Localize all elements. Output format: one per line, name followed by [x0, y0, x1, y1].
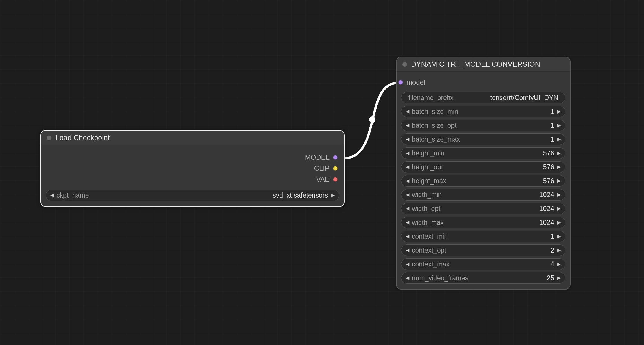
port-dot-model-icon[interactable] [333, 155, 338, 160]
widget-context-min[interactable]: ◀context_min1▶ [401, 231, 565, 242]
node-body: model filename_prefix tensorrt/ComfyUI_D… [397, 72, 570, 289]
chevron-left-icon[interactable]: ◀ [404, 165, 411, 169]
widget-value: 576 [543, 163, 554, 171]
chevron-right-icon[interactable]: ▶ [556, 151, 562, 155]
widget-value: 25 [547, 274, 554, 282]
widget-height-min[interactable]: ◀height_min576▶ [401, 147, 565, 159]
widget-value: 1 [550, 233, 554, 240]
output-port-model[interactable]: MODEL [46, 152, 338, 163]
chevron-right-icon[interactable]: ▶ [556, 206, 562, 211]
widget-label: context_opt [412, 246, 446, 254]
port-label: model [406, 78, 425, 86]
chevron-left-icon[interactable]: ◀ [404, 220, 411, 225]
widget-label: filename_prefix [408, 94, 454, 102]
chevron-right-icon[interactable]: ▶ [556, 234, 562, 239]
widget-value: 1024 [539, 219, 554, 227]
chevron-left-icon[interactable]: ◀ [404, 151, 411, 155]
port-label: MODEL [305, 153, 330, 162]
widget-label: batch_size_opt [412, 122, 457, 129]
widget-label: num_video_frames [412, 274, 469, 282]
widget-value: 1 [550, 136, 554, 143]
chevron-right-icon[interactable]: ▶ [556, 137, 562, 142]
widget-label: batch_size_max [412, 136, 460, 143]
node-title: Load Checkpoint [55, 134, 110, 141]
chevron-right-icon[interactable]: ▶ [556, 220, 562, 225]
chevron-right-icon[interactable]: ▶ [556, 248, 562, 253]
port-dot-clip-icon[interactable] [333, 166, 338, 171]
widget-label: context_min [412, 233, 448, 240]
chevron-right-icon[interactable]: ▶ [330, 193, 336, 198]
widget-context-max[interactable]: ◀context_max4▶ [401, 258, 565, 270]
widget-filename-prefix[interactable]: filename_prefix tensorrt/ComfyUI_DYN [401, 92, 565, 103]
widget-batch-size-max[interactable]: ◀batch_size_max1▶ [401, 133, 565, 145]
widget-batch-size-min[interactable]: ◀batch_size_min1▶ [401, 106, 565, 117]
widget-height-max[interactable]: ◀height_max576▶ [401, 175, 565, 187]
widget-label: width_opt [412, 205, 440, 213]
output-port-vae[interactable]: VAE [46, 174, 338, 185]
output-port-clip[interactable]: CLIP [46, 163, 338, 174]
collapse-dot-icon[interactable] [47, 136, 51, 140]
node-title: DYNAMIC TRT_MODEL CONVERSION [411, 61, 540, 68]
widget-value: 576 [543, 149, 554, 157]
node-body: MODEL CLIP VAE ◀ ckpt_name svd_xt.safete… [41, 145, 344, 206]
chevron-left-icon[interactable]: ◀ [404, 179, 411, 183]
chevron-left-icon[interactable]: ◀ [404, 206, 411, 211]
chevron-right-icon[interactable]: ▶ [556, 276, 562, 280]
widget-height-opt[interactable]: ◀height_opt576▶ [401, 161, 565, 173]
widget-context-opt[interactable]: ◀context_opt2▶ [401, 244, 565, 256]
chevron-left-icon[interactable]: ◀ [404, 248, 411, 253]
chevron-left-icon[interactable]: ◀ [404, 109, 411, 114]
widget-value: 1024 [539, 191, 554, 199]
widget-value: 1024 [539, 205, 554, 213]
widget-label: ckpt_name [56, 192, 89, 199]
port-label: VAE [316, 175, 330, 183]
node-header[interactable]: Load Checkpoint [41, 131, 344, 145]
collapse-dot-icon[interactable] [402, 62, 407, 67]
input-port-model[interactable]: model [398, 77, 564, 88]
widget-value: 1 [550, 122, 554, 129]
widget-value: 4 [550, 260, 554, 268]
chevron-right-icon[interactable]: ▶ [556, 165, 562, 169]
port-dot-model-icon[interactable] [398, 80, 403, 85]
chevron-left-icon[interactable]: ◀ [404, 123, 411, 128]
port-dot-vae-icon[interactable] [333, 177, 338, 182]
node-dynamic-trt[interactable]: DYNAMIC TRT_MODEL CONVERSION model filen… [396, 57, 571, 290]
input-ports: model [401, 75, 565, 90]
chevron-left-icon[interactable]: ◀ [404, 276, 411, 280]
chevron-right-icon[interactable]: ▶ [556, 262, 562, 266]
widget-value: svd_xt.safetensors [273, 192, 328, 199]
chevron-right-icon[interactable]: ▶ [556, 123, 562, 128]
node-load-checkpoint[interactable]: Load Checkpoint MODEL CLIP VAE ◀ ckpt_na… [40, 130, 345, 207]
chevron-left-icon[interactable]: ◀ [49, 193, 55, 198]
widget-num-video-frames[interactable]: ◀num_video_frames25▶ [401, 272, 565, 284]
widget-label: width_max [412, 219, 444, 227]
widget-label: batch_size_min [412, 108, 458, 116]
widget-value: 576 [543, 177, 554, 185]
chevron-left-icon[interactable]: ◀ [404, 137, 411, 142]
chevron-left-icon[interactable]: ◀ [404, 192, 411, 197]
chevron-right-icon[interactable]: ▶ [556, 109, 562, 114]
widget-label: width_min [412, 191, 442, 199]
widget-batch-size-opt[interactable]: ◀batch_size_opt1▶ [401, 120, 565, 131]
chevron-right-icon[interactable]: ▶ [556, 192, 562, 197]
port-label: CLIP [314, 164, 330, 172]
widget-label: height_min [412, 149, 445, 157]
chevron-left-icon[interactable]: ◀ [404, 262, 411, 266]
widget-value: 2 [550, 246, 554, 254]
widget-ckpt-name[interactable]: ◀ ckpt_name svd_xt.safetensors ▶ [46, 190, 339, 201]
widget-width-max[interactable]: ◀width_max1024▶ [401, 217, 565, 228]
chevron-left-icon[interactable]: ◀ [404, 234, 411, 239]
widget-label: height_max [412, 177, 446, 185]
widget-value: tensorrt/ComfyUI_DYN [490, 94, 558, 102]
widget-width-opt[interactable]: ◀width_opt1024▶ [401, 203, 565, 214]
widget-label: context_max [412, 260, 449, 268]
widget-width-min[interactable]: ◀width_min1024▶ [401, 189, 565, 201]
widget-label: height_opt [412, 163, 443, 171]
widget-value: 1 [550, 108, 554, 116]
node-header[interactable]: DYNAMIC TRT_MODEL CONVERSION [397, 57, 570, 72]
output-ports: MODEL CLIP VAE [46, 148, 339, 187]
chevron-right-icon[interactable]: ▶ [556, 179, 562, 183]
